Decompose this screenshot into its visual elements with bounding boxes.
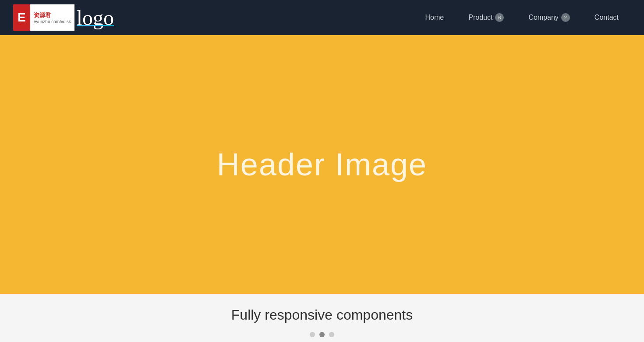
nav-link-product[interactable]: Product 6 [456, 0, 516, 35]
logo-letter: E [18, 11, 26, 25]
carousel-dot-1[interactable] [310, 332, 315, 337]
logo-info-block: 资源君 eyunzhu.com/vdisk [30, 4, 74, 31]
logo-container: E 资源君 eyunzhu.com/vdisk logo [13, 4, 114, 31]
logo-brand-url: eyunzhu.com/vdisk [34, 19, 71, 24]
nav-label-company: Company [528, 14, 558, 21]
nav-item-home[interactable]: Home [413, 0, 456, 35]
nav-link-home[interactable]: Home [413, 0, 456, 35]
hero-section: Header Image [0, 35, 644, 294]
carousel-dot-3[interactable] [329, 332, 334, 337]
nav-menu: Home Product 6 Company 2 Contact [413, 0, 631, 35]
carousel-dot-2[interactable] [319, 332, 325, 337]
nav-label-contact: Contact [594, 14, 619, 21]
hero-title: Header Image [217, 146, 427, 182]
product-badge: 6 [495, 13, 504, 22]
nav-item-contact[interactable]: Contact [582, 0, 631, 35]
bottom-section: Fully responsive components [0, 294, 644, 342]
logo-text: logo [77, 6, 114, 30]
logo-badge-e: E [13, 4, 30, 31]
nav-item-product[interactable]: Product 6 [456, 0, 516, 35]
carousel-dots [0, 332, 644, 337]
navbar: E 资源君 eyunzhu.com/vdisk logo Home Produc… [0, 0, 644, 35]
company-badge: 2 [561, 13, 570, 22]
bottom-title: Fully responsive components [0, 307, 644, 323]
logo-brand-name: 资源君 [34, 11, 71, 19]
nav-link-company[interactable]: Company 2 [516, 0, 582, 35]
nav-link-contact[interactable]: Contact [582, 0, 631, 35]
nav-label-product: Product [468, 14, 492, 21]
nav-item-company[interactable]: Company 2 [516, 0, 582, 35]
nav-label-home: Home [425, 14, 444, 21]
